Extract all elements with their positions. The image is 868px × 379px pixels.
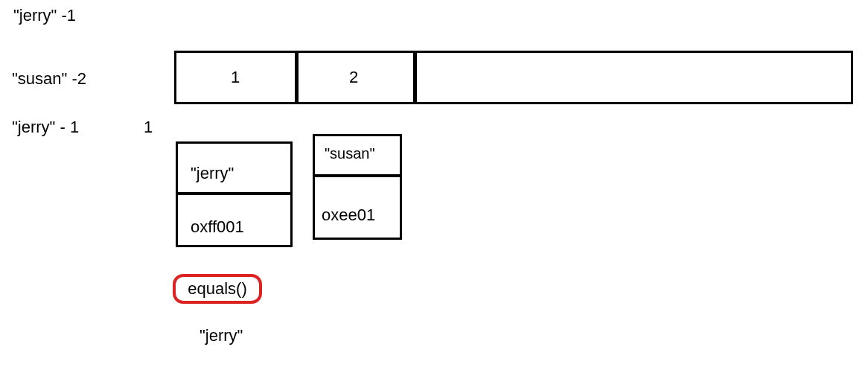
object-1-address: oxff001: [191, 219, 244, 235]
equals-method: equals(): [173, 274, 262, 304]
object-box-1-divider: [176, 192, 293, 195]
object-1-label: "jerry": [191, 165, 234, 182]
array-cell-2: 2: [349, 69, 358, 86]
equals-method-label: equals(): [188, 279, 246, 299]
diagram-canvas: "jerry" -1 "susan" -2 "jerry" - 1 1 1 2 …: [0, 0, 868, 379]
label-floating-one: 1: [144, 119, 153, 136]
bottom-jerry-label: "jerry": [200, 328, 243, 344]
array-divider-1: [295, 51, 299, 104]
array-cell-1: 1: [231, 69, 240, 86]
array-outline: [174, 51, 853, 104]
object-box-2-divider: [313, 174, 402, 177]
label-susan-2: "susan" -2: [12, 71, 86, 87]
array-divider-2: [413, 51, 417, 104]
label-jerry-1: "jerry" -1: [13, 7, 76, 24]
object-2-address: oxee01: [322, 207, 375, 223]
label-jerry-1b: "jerry" - 1: [12, 119, 79, 136]
object-2-label: "susan": [325, 146, 375, 161]
